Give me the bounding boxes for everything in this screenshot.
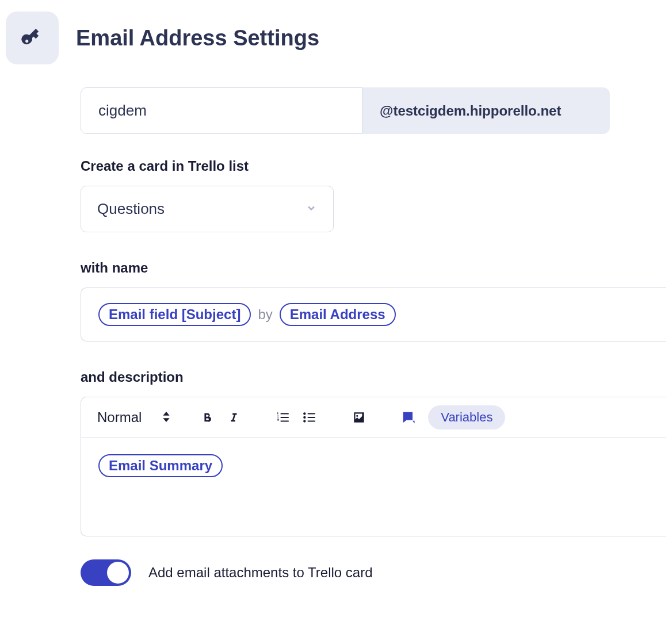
image-button[interactable] xyxy=(349,407,369,428)
variables-button[interactable]: Variables xyxy=(428,405,505,429)
email-domain-suffix: @testcigdem.hipporello.net xyxy=(362,87,610,134)
editor-toolbar: Normal xyxy=(81,397,666,438)
format-selected: Normal xyxy=(97,409,142,425)
ordered-list-button[interactable] xyxy=(273,407,293,428)
joiner-text: by xyxy=(258,306,272,323)
attachments-toggle-label: Add email attachments to Trello card xyxy=(148,565,373,581)
variable-icon[interactable] xyxy=(398,407,419,428)
bold-button[interactable] xyxy=(197,407,217,428)
chip-email-summary[interactable]: Email Summary xyxy=(98,454,223,477)
trello-list-selected: Questions xyxy=(97,200,165,218)
chip-email-subject[interactable]: Email field [Subject] xyxy=(98,303,251,326)
chevron-down-icon xyxy=(306,202,317,216)
svg-point-2 xyxy=(304,412,306,415)
card-name-input[interactable]: Email field [Subject] by Email Address xyxy=(81,287,666,342)
email-address-field: @testcigdem.hipporello.net xyxy=(81,87,610,134)
description-body[interactable]: Email Summary xyxy=(81,438,666,536)
trello-list-select[interactable]: Questions xyxy=(81,186,334,232)
svg-point-3 xyxy=(304,416,306,419)
key-icon xyxy=(6,11,59,64)
card-name-label: with name xyxy=(81,260,666,276)
sort-icon xyxy=(162,409,170,425)
attachments-toggle[interactable] xyxy=(81,559,131,586)
unordered-list-button[interactable] xyxy=(299,407,320,428)
svg-point-4 xyxy=(304,420,306,422)
toggle-knob xyxy=(107,562,129,584)
description-editor: Normal xyxy=(81,397,666,536)
description-label: and description xyxy=(81,369,666,385)
trello-list-label: Create a card in Trello list xyxy=(81,158,666,174)
svg-marker-0 xyxy=(163,412,170,416)
chip-email-address[interactable]: Email Address xyxy=(280,303,396,326)
email-localpart-input[interactable] xyxy=(81,87,362,134)
format-select[interactable]: Normal xyxy=(94,407,174,428)
page-title: Email Address Settings xyxy=(76,26,319,51)
svg-marker-1 xyxy=(163,418,170,422)
italic-button[interactable] xyxy=(223,407,244,428)
